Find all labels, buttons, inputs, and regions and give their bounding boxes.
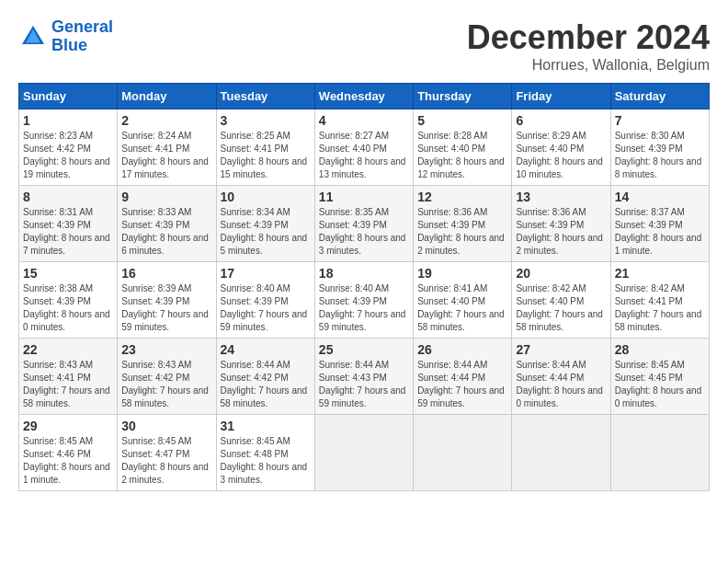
logo-line2: Blue	[51, 36, 87, 54]
day-detail: Sunrise: 8:24 AMSunset: 4:41 PMDaylight:…	[121, 130, 211, 181]
day-number: 10	[221, 190, 311, 204]
logo-line1: General	[51, 17, 113, 36]
calendar-cell: 23Sunrise: 8:43 AMSunset: 4:42 PMDayligh…	[118, 339, 216, 415]
calendar-cell: 5Sunrise: 8:28 AMSunset: 4:40 PMDaylight…	[414, 109, 512, 186]
day-detail: Sunrise: 8:37 AMSunset: 4:39 PMDaylight:…	[615, 206, 705, 258]
calendar-cell: 20Sunrise: 8:42 AMSunset: 4:40 PMDayligh…	[512, 262, 610, 339]
calendar-week-row: 1Sunrise: 8:23 AMSunset: 4:42 PMDaylight…	[19, 109, 710, 186]
day-number: 8	[23, 190, 113, 204]
col-header-sunday: Sunday	[19, 84, 118, 109]
calendar-cell: 21Sunrise: 8:42 AMSunset: 4:41 PMDayligh…	[610, 262, 709, 339]
calendar-week-row: 15Sunrise: 8:38 AMSunset: 4:39 PMDayligh…	[19, 262, 710, 339]
day-number: 1	[23, 113, 113, 128]
day-number: 4	[319, 113, 409, 128]
calendar-cell: 14Sunrise: 8:37 AMSunset: 4:39 PMDayligh…	[610, 186, 709, 262]
calendar-week-row: 8Sunrise: 8:31 AMSunset: 4:39 PMDaylight…	[19, 186, 710, 262]
day-detail: Sunrise: 8:36 AMSunset: 4:39 PMDaylight:…	[417, 206, 507, 258]
day-number: 24	[221, 342, 311, 357]
calendar-cell: 8Sunrise: 8:31 AMSunset: 4:39 PMDaylight…	[19, 186, 118, 262]
calendar-cell: 24Sunrise: 8:44 AMSunset: 4:42 PMDayligh…	[216, 339, 314, 415]
day-detail: Sunrise: 8:45 AMSunset: 4:47 PMDaylight:…	[121, 435, 211, 487]
day-number: 9	[121, 190, 211, 204]
day-detail: Sunrise: 8:45 AMSunset: 4:46 PMDaylight:…	[23, 435, 113, 487]
day-detail: Sunrise: 8:39 AMSunset: 4:39 PMDaylight:…	[121, 282, 211, 334]
day-detail: Sunrise: 8:33 AMSunset: 4:39 PMDaylight:…	[121, 206, 211, 258]
calendar-cell: 25Sunrise: 8:44 AMSunset: 4:43 PMDayligh…	[314, 339, 413, 415]
day-detail: Sunrise: 8:25 AMSunset: 4:41 PMDaylight:…	[221, 130, 311, 181]
day-number: 17	[221, 266, 311, 281]
calendar-cell	[512, 415, 610, 491]
day-number: 13	[516, 190, 606, 204]
day-number: 19	[417, 266, 507, 281]
day-detail: Sunrise: 8:41 AMSunset: 4:40 PMDaylight:…	[417, 282, 507, 334]
day-number: 25	[319, 342, 409, 357]
day-detail: Sunrise: 8:35 AMSunset: 4:39 PMDaylight:…	[319, 206, 409, 258]
calendar-cell: 12Sunrise: 8:36 AMSunset: 4:39 PMDayligh…	[414, 186, 512, 262]
calendar-cell: 7Sunrise: 8:30 AMSunset: 4:39 PMDaylight…	[610, 109, 709, 186]
day-detail: Sunrise: 8:30 AMSunset: 4:39 PMDaylight:…	[615, 130, 705, 181]
calendar-cell	[414, 415, 512, 491]
calendar-cell: 15Sunrise: 8:38 AMSunset: 4:39 PMDayligh…	[19, 262, 118, 339]
calendar-cell: 27Sunrise: 8:44 AMSunset: 4:44 PMDayligh…	[512, 339, 610, 415]
day-detail: Sunrise: 8:42 AMSunset: 4:40 PMDaylight:…	[516, 282, 606, 334]
calendar-week-row: 22Sunrise: 8:43 AMSunset: 4:41 PMDayligh…	[19, 339, 710, 415]
day-number: 2	[121, 113, 211, 128]
calendar-cell: 28Sunrise: 8:45 AMSunset: 4:45 PMDayligh…	[610, 339, 709, 415]
day-number: 26	[417, 342, 507, 357]
day-detail: Sunrise: 8:36 AMSunset: 4:39 PMDaylight:…	[516, 206, 606, 258]
day-detail: Sunrise: 8:44 AMSunset: 4:44 PMDaylight:…	[516, 359, 606, 410]
calendar-cell	[610, 415, 709, 491]
calendar-cell: 10Sunrise: 8:34 AMSunset: 4:39 PMDayligh…	[216, 186, 314, 262]
calendar-cell: 30Sunrise: 8:45 AMSunset: 4:47 PMDayligh…	[118, 415, 216, 491]
day-number: 20	[516, 266, 606, 281]
title-block: December 2024 Horrues, Wallonia, Belgium	[467, 18, 710, 74]
day-detail: Sunrise: 8:43 AMSunset: 4:41 PMDaylight:…	[23, 359, 113, 410]
day-detail: Sunrise: 8:44 AMSunset: 4:43 PMDaylight:…	[319, 359, 409, 410]
calendar-week-row: 29Sunrise: 8:45 AMSunset: 4:46 PMDayligh…	[19, 415, 710, 491]
location-subtitle: Horrues, Wallonia, Belgium	[467, 57, 710, 74]
day-detail: Sunrise: 8:43 AMSunset: 4:42 PMDaylight:…	[121, 359, 211, 410]
day-number: 16	[121, 266, 211, 281]
day-detail: Sunrise: 8:27 AMSunset: 4:40 PMDaylight:…	[319, 130, 409, 181]
calendar-cell: 3Sunrise: 8:25 AMSunset: 4:41 PMDaylight…	[216, 109, 314, 186]
calendar-cell: 9Sunrise: 8:33 AMSunset: 4:39 PMDaylight…	[118, 186, 216, 262]
calendar-header-row: SundayMondayTuesdayWednesdayThursdayFrid…	[19, 84, 710, 109]
calendar-cell: 26Sunrise: 8:44 AMSunset: 4:44 PMDayligh…	[414, 339, 512, 415]
calendar-cell: 13Sunrise: 8:36 AMSunset: 4:39 PMDayligh…	[512, 186, 610, 262]
day-number: 12	[417, 190, 507, 204]
day-detail: Sunrise: 8:23 AMSunset: 4:42 PMDaylight:…	[23, 130, 113, 181]
day-number: 3	[221, 113, 311, 128]
calendar-cell	[314, 415, 413, 491]
day-number: 23	[121, 342, 211, 357]
day-detail: Sunrise: 8:34 AMSunset: 4:39 PMDaylight:…	[221, 206, 311, 258]
calendar-table: SundayMondayTuesdayWednesdayThursdayFrid…	[18, 83, 710, 491]
col-header-monday: Monday	[118, 84, 216, 109]
day-detail: Sunrise: 8:40 AMSunset: 4:39 PMDaylight:…	[319, 282, 409, 334]
col-header-thursday: Thursday	[414, 84, 512, 109]
calendar-cell: 11Sunrise: 8:35 AMSunset: 4:39 PMDayligh…	[314, 186, 413, 262]
day-detail: Sunrise: 8:44 AMSunset: 4:42 PMDaylight:…	[221, 359, 311, 410]
day-detail: Sunrise: 8:44 AMSunset: 4:44 PMDaylight:…	[417, 359, 507, 410]
col-header-friday: Friday	[512, 84, 610, 109]
day-number: 27	[516, 342, 606, 357]
logo: General Blue	[18, 18, 113, 55]
page-header: General Blue December 2024 Horrues, Wall…	[18, 18, 710, 74]
logo-text: General Blue	[51, 18, 113, 55]
day-detail: Sunrise: 8:45 AMSunset: 4:48 PMDaylight:…	[221, 435, 311, 487]
day-number: 11	[319, 190, 409, 204]
month-title: December 2024	[467, 18, 710, 57]
day-detail: Sunrise: 8:29 AMSunset: 4:40 PMDaylight:…	[516, 130, 606, 181]
day-number: 7	[615, 113, 705, 128]
day-number: 5	[417, 113, 507, 128]
day-detail: Sunrise: 8:31 AMSunset: 4:39 PMDaylight:…	[23, 206, 113, 258]
calendar-cell: 2Sunrise: 8:24 AMSunset: 4:41 PMDaylight…	[118, 109, 216, 186]
calendar-cell: 22Sunrise: 8:43 AMSunset: 4:41 PMDayligh…	[19, 339, 118, 415]
day-number: 31	[221, 419, 311, 433]
col-header-tuesday: Tuesday	[216, 84, 314, 109]
calendar-cell: 31Sunrise: 8:45 AMSunset: 4:48 PMDayligh…	[216, 415, 314, 491]
day-detail: Sunrise: 8:40 AMSunset: 4:39 PMDaylight:…	[221, 282, 311, 334]
calendar-cell: 29Sunrise: 8:45 AMSunset: 4:46 PMDayligh…	[19, 415, 118, 491]
day-number: 22	[23, 342, 113, 357]
day-detail: Sunrise: 8:42 AMSunset: 4:41 PMDaylight:…	[615, 282, 705, 334]
logo-icon	[18, 22, 48, 52]
